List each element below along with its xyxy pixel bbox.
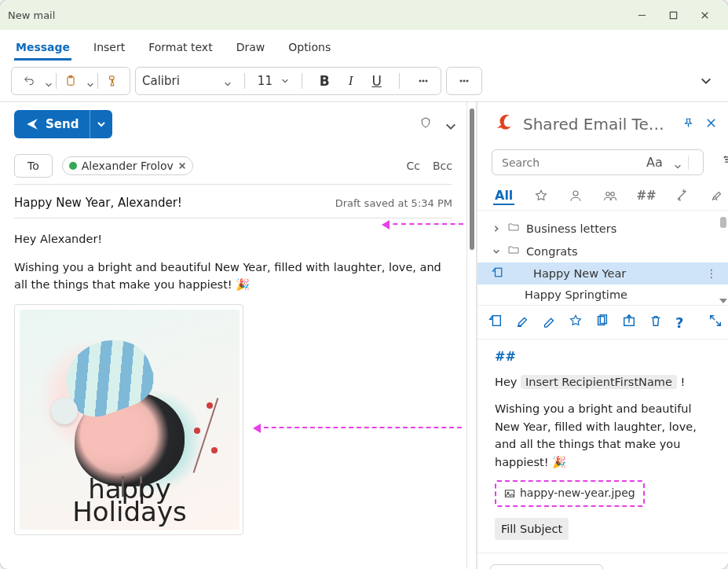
tree-scrollbar-thumb[interactable] [720,217,726,228]
italic-button[interactable]: I [344,72,358,90]
attachment-filename: happy-new-year.jpeg [520,485,635,502]
fill-subject-token[interactable]: Fill Subject [495,518,569,540]
tree-item-happy-springtime[interactable]: Happy Springtime [477,284,728,305]
filter-tabs: All ## [477,182,728,211]
edit-icon[interactable] [542,314,556,331]
font-name-select[interactable]: Calibri [142,74,232,88]
bcc-button[interactable]: Bcc [433,160,452,172]
inserted-image[interactable]: happy Holidays [14,304,243,535]
tab-format-text[interactable]: Format text [147,36,214,61]
window-title: New mail [8,9,55,21]
remove-recipient-icon[interactable] [178,160,186,172]
send-button[interactable]: Send [14,110,112,138]
folder-icon [507,244,520,259]
undo-button[interactable] [18,73,40,89]
underline-button[interactable]: U [367,72,386,90]
paste-button[interactable] [60,73,82,89]
recipient-chip[interactable]: Alexander Frolov [62,156,193,175]
message-body[interactable]: Hey Alexander! Wishing you a bright and … [0,218,466,569]
export-icon[interactable] [622,314,636,331]
tab-message[interactable]: Message [14,36,71,61]
filter-macros-icon[interactable]: ## [636,186,656,205]
bold-button[interactable]: B [315,72,335,90]
templates-pane: Shared Email Temp… Aa [477,102,728,569]
ribbon-tabs: Message Insert Format text Draw Options [0,30,728,61]
insert-template-icon[interactable] [492,266,503,281]
tab-options[interactable]: Options [287,36,332,61]
chevron-right-icon [492,225,501,233]
ribbon-toolbar: Calibri 11 B I U [0,61,728,102]
compose-scrollbar[interactable] [467,102,477,569]
filter-signatures-icon[interactable] [709,186,725,205]
item-menu-icon[interactable]: ⋮ [706,267,718,280]
maximize-button[interactable] [657,0,689,30]
folder-icon [507,221,520,236]
image-caption-2: Holidays [20,501,240,523]
tree-item-happy-new-year[interactable]: Happy New Year ⋮ [477,262,728,284]
close-button[interactable] [689,0,720,30]
to-button[interactable]: To [14,154,53,178]
preview-marker: ## [495,347,714,367]
copy-icon[interactable] [595,314,609,331]
body-greeting: Hey Alexander! [14,231,452,248]
svg-point-7 [423,80,424,82]
collapse-ribbon-button[interactable] [695,73,717,89]
preview-attachment[interactable]: happy-new-year.jpeg [495,480,645,507]
delete-icon[interactable] [649,314,663,331]
template-preview: ## Hey Insert RecipientFirstName ! Wishi… [477,340,728,552]
more-commands-button[interactable] [453,73,475,89]
encryption-icon[interactable] [419,116,432,132]
svg-rect-1 [670,12,676,18]
template-tree: Business letters Congrats Happy New Year… [477,211,728,305]
pane-footer: New template #♯ [477,552,728,569]
filter-all[interactable]: All [493,186,514,205]
close-pane-icon[interactable] [705,117,717,132]
font-size-select[interactable]: 11 [258,74,289,88]
pin-icon[interactable] [682,117,694,132]
reference-arrow-template [385,223,463,225]
chevron-down-icon [492,248,501,255]
cc-button[interactable]: Cc [407,160,420,172]
filter-team-icon[interactable] [602,186,618,205]
title-bar: New mail [0,0,728,30]
tab-draw[interactable]: Draw [235,36,267,61]
format-painter-button[interactable] [101,73,123,89]
tab-insert[interactable]: Insert [92,36,126,61]
search-scope-dropdown[interactable] [674,159,682,167]
compose-options-dropdown[interactable] [444,120,452,128]
tree-folder-business-letters[interactable]: Business letters [477,217,728,240]
favorite-icon[interactable] [569,314,583,331]
subject-field[interactable]: Happy New Year, Alexander! [14,196,182,210]
image-icon [504,488,515,499]
insert-icon[interactable] [488,314,503,331]
search-input[interactable] [500,156,640,170]
filter-favorites-icon[interactable] [533,186,549,205]
minimize-button[interactable] [626,0,657,30]
svg-point-10 [463,80,465,82]
recipient-firstname-token[interactable]: Insert RecipientFirstName [521,375,677,389]
help-icon[interactable]: ? [675,314,683,331]
expand-preview-icon[interactable] [708,314,723,331]
more-formatting-button[interactable] [412,73,434,89]
search-case-toggle[interactable]: Aa [646,155,663,170]
fill-icon[interactable] [515,314,529,331]
scrollbar-thumb[interactable] [470,108,474,250]
font-size-value: 11 [258,74,273,88]
tree-label: Congrats [526,245,577,258]
svg-point-11 [466,80,468,82]
tree-folder-congrats[interactable]: Congrats [477,240,728,262]
undo-dropdown[interactable] [45,77,53,85]
filter-personal-icon[interactable] [568,186,583,205]
new-template-button[interactable]: New template [490,564,603,569]
compose-pane: Send To Alexander Frolov [0,102,467,569]
preview-greeting-line: Hey Insert RecipientFirstName ! [495,373,714,391]
ablebits-logo-icon [492,112,514,137]
preview-body: Wishing you a bright and beautiful New Y… [495,400,714,471]
paste-dropdown[interactable] [86,77,94,85]
send-options-dropdown[interactable] [90,110,112,138]
tree-scroll-down-icon[interactable] [719,299,727,303]
search-box[interactable]: Aa [492,149,704,175]
svg-point-9 [460,80,462,82]
manage-templates-icon[interactable] [723,153,728,169]
filter-shortcuts-icon[interactable] [675,186,691,205]
